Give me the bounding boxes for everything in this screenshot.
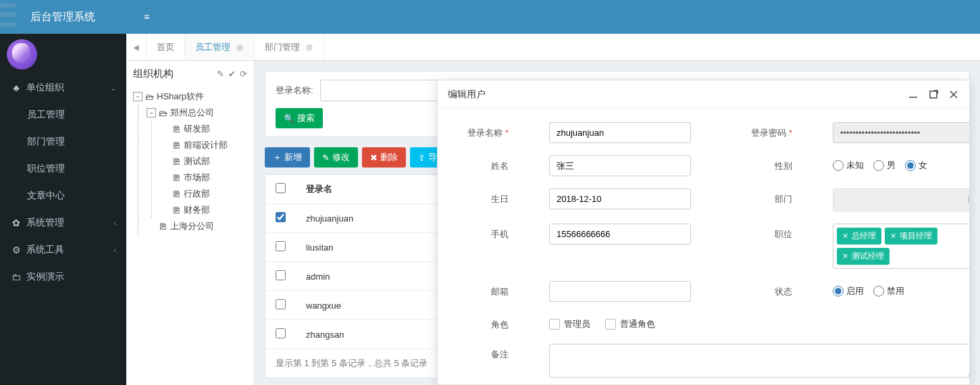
input-password xyxy=(833,122,969,143)
org-icon: ♣ xyxy=(10,82,22,93)
tree-node-rd[interactable]: 🖹研发部 xyxy=(160,121,247,137)
nav-staff-label: 员工管理 xyxy=(27,109,65,121)
folder-open-icon: 🗁 xyxy=(145,92,154,102)
nav-staff[interactable]: 员工管理 xyxy=(0,101,126,128)
nav-position-label: 职位管理 xyxy=(27,163,65,175)
topbar: ≡ xyxy=(126,0,980,34)
checkbox-role-normal[interactable]: 普通角色 xyxy=(605,318,655,330)
nav-position[interactable]: 职位管理 xyxy=(0,155,126,182)
input-dept[interactable] xyxy=(833,188,969,211)
tree-node-mkt[interactable]: 🖹市场部 xyxy=(160,170,247,186)
collapse-icon[interactable]: − xyxy=(133,92,143,101)
tree-node-qa[interactable]: 🖹测试部 xyxy=(160,153,247,170)
tabs-bar: ◄ 首页 员工管理 ⊗ 部门管理 ⊗ xyxy=(126,34,980,61)
nav-systool-label: 系统工具 xyxy=(26,244,64,256)
check-icon[interactable]: ✔ xyxy=(228,69,236,79)
tag-remove-icon[interactable]: ✕ xyxy=(842,232,848,240)
tab-staff[interactable]: 员工管理 ⊗ xyxy=(185,34,255,60)
nav-dept[interactable]: 部门管理 xyxy=(0,128,126,155)
row-checkbox[interactable] xyxy=(276,299,286,309)
input-birthday[interactable] xyxy=(549,188,691,209)
delete-label: 删除 xyxy=(380,151,398,163)
watermark: admi dmin dmin xyxy=(0,0,16,29)
tree-node-fe[interactable]: 🖹前端设计部 xyxy=(160,137,247,153)
tag-position[interactable]: ✕项目经理 xyxy=(885,228,937,245)
add-button[interactable]: ＋新增 xyxy=(265,147,310,168)
checkbox-role-admin[interactable]: 管理员 xyxy=(549,318,590,330)
nav-org-label: 单位组织 xyxy=(26,82,64,94)
radio-gender-unknown[interactable]: 未知 xyxy=(833,159,864,172)
minimize-icon[interactable] xyxy=(908,89,919,100)
tree-node-fin[interactable]: 🖹财务部 xyxy=(160,202,247,218)
radio-gender-male[interactable]: 男 xyxy=(873,159,896,172)
sidebar: admi dmin dmin 后台管理系统 ♣ 单位组织 ⌄ 员工管理 部门管理… xyxy=(0,0,126,385)
file-icon: 🖹 xyxy=(172,173,181,183)
edit-icon[interactable]: ✎ xyxy=(217,69,224,79)
tag-position[interactable]: ✕总经理 xyxy=(837,228,881,245)
tag-position[interactable]: ✕测试经理 xyxy=(837,248,889,265)
close-icon[interactable] xyxy=(948,89,959,100)
nav-demo[interactable]: 🗀 实例演示 xyxy=(0,263,126,290)
tree-label: 行政部 xyxy=(184,188,210,200)
close-icon[interactable]: ⊗ xyxy=(236,42,244,53)
tag-remove-icon[interactable]: ✕ xyxy=(842,252,848,261)
cogs-icon: ⚙ xyxy=(10,245,22,255)
plus-icon: ＋ xyxy=(273,151,282,163)
input-name[interactable] xyxy=(549,155,691,176)
nav-article-label: 文章中心 xyxy=(27,190,65,202)
row-checkbox[interactable] xyxy=(276,328,286,338)
nav-org[interactable]: ♣ 单位组织 ⌄ xyxy=(0,74,126,101)
nav-article[interactable]: 文章中心 xyxy=(0,182,126,209)
tab-staff-label: 员工管理 xyxy=(195,41,230,53)
radio-status-enable[interactable]: 启用 xyxy=(833,285,864,297)
tab-home[interactable]: 首页 xyxy=(147,34,185,60)
fullscreen-icon[interactable] xyxy=(928,89,939,100)
collapse-icon[interactable]: − xyxy=(147,108,156,118)
input-position[interactable]: ✕总经理 ✕项目经理 ✕测试经理 xyxy=(833,224,969,269)
tree-node-admin[interactable]: 🖹行政部 xyxy=(160,186,247,202)
tree-node-sh[interactable]: 🖹上海分公司 xyxy=(147,218,247,234)
input-remark[interactable] xyxy=(549,344,969,378)
hamburger-icon[interactable]: ≡ xyxy=(136,11,157,22)
radio-status-disable[interactable]: 禁用 xyxy=(873,285,904,297)
radio-gender-female[interactable]: 女 xyxy=(905,159,927,172)
tree-label: 上海分公司 xyxy=(170,220,214,232)
input-phone[interactable] xyxy=(549,224,691,245)
row-checkbox[interactable] xyxy=(276,212,286,222)
search-button[interactable]: 🔍 搜索 xyxy=(276,108,323,128)
label-dept: 部门 xyxy=(731,188,792,205)
input-email[interactable] xyxy=(549,281,691,302)
tag-label: 测试经理 xyxy=(852,251,884,262)
file-icon: 🖹 xyxy=(172,124,181,134)
file-icon: 🖹 xyxy=(159,222,167,232)
nav-dept-label: 部门管理 xyxy=(27,136,65,148)
input-login[interactable] xyxy=(549,122,691,143)
nav-systool[interactable]: ⚙ 系统工具 ‹ xyxy=(0,236,126,263)
tag-remove-icon[interactable]: ✕ xyxy=(890,232,896,240)
tab-dept[interactable]: 部门管理 ⊗ xyxy=(255,34,324,60)
svg-rect-1 xyxy=(930,91,937,98)
refresh-icon[interactable]: ⟳ xyxy=(240,69,247,79)
close-icon[interactable]: ⊗ xyxy=(305,42,313,53)
label-status: 状态 xyxy=(731,281,792,298)
tree-node-root[interactable]: − 🗁 HSharp软件 xyxy=(133,88,247,105)
main-area: ≡ ◄ 首页 员工管理 ⊗ 部门管理 ⊗ 组织机构 ✎ xyxy=(126,0,980,385)
avatar[interactable] xyxy=(7,39,37,70)
filter-login-input[interactable] xyxy=(320,80,455,101)
user-panel xyxy=(0,34,126,74)
label-name: 姓名 xyxy=(455,155,509,172)
tab-dept-label: 部门管理 xyxy=(265,41,300,53)
tree-node-zz[interactable]: − 🗁 郑州总公司 xyxy=(147,105,247,121)
tabs-prev-button[interactable]: ◄ xyxy=(126,34,147,60)
row-checkbox[interactable] xyxy=(276,241,286,251)
label-remark: 备注 xyxy=(455,344,509,361)
label-position: 职位 xyxy=(731,224,792,240)
row-checkbox[interactable] xyxy=(276,270,286,280)
delete-button[interactable]: ✖删除 xyxy=(362,147,406,168)
edit-user-dialog: 编辑用户 登录名称 登录密码 姓名 xyxy=(437,80,970,385)
nav-sysmgmt[interactable]: ✿ 系统管理 ‹ xyxy=(0,209,126,236)
grid-checkall[interactable] xyxy=(276,183,286,193)
label-gender: 性别 xyxy=(731,155,792,172)
file-icon: 🖹 xyxy=(172,189,181,199)
edit-button[interactable]: ✎修改 xyxy=(314,147,358,168)
